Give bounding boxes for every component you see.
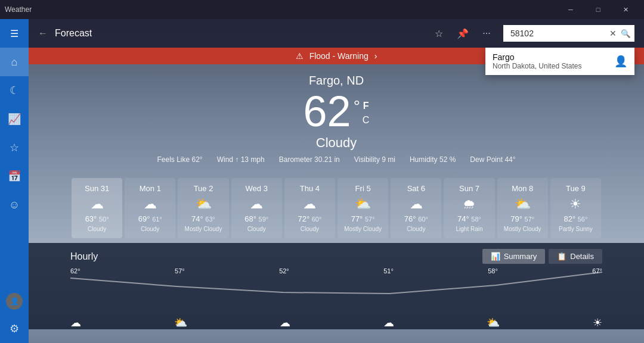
temp-unit-selector: F C	[363, 99, 370, 127]
barometer-label: Barometer	[279, 155, 312, 164]
sidebar-item-chart[interactable]: 📈	[0, 105, 29, 133]
celsius-unit[interactable]: C	[363, 114, 370, 127]
hourly-tabs: 📊 Summary 📋 Details	[482, 249, 602, 264]
current-details: Feels Like 62° Wind ↑ 13 mph Barometer 3…	[29, 155, 644, 164]
fahrenheit-unit[interactable]: F	[363, 99, 370, 113]
forecast-condition: Mostly Cloudy	[341, 226, 385, 232]
hourly-title: Hourly	[70, 251, 98, 262]
barometer: Barometer 30.21 in	[279, 155, 340, 164]
hourly-icons-row: ☁⛅☁☁⛅☀	[70, 315, 602, 329]
forecast-weather-icon: ⛅	[501, 197, 544, 212]
forecast-day[interactable]: Fri 5 ⛅ 77° 57° Mostly Cloudy	[338, 178, 388, 238]
titlebar-controls: ─ □ ✕	[557, 0, 639, 19]
forecast-day[interactable]: Sun 31 ☁ 63° 50° Cloudy	[72, 178, 122, 238]
forecast-strip: Sun 31 ☁ 63° 50° Cloudy Mon 1 ☁ 69° 61° …	[29, 173, 644, 243]
feels-like-val: 62°	[192, 155, 203, 164]
favorite-button[interactable]: ☆	[429, 24, 448, 43]
forecast-condition: Cloudy	[288, 226, 332, 232]
sidebar-item-moon[interactable]: ☾	[0, 76, 29, 105]
forecast-weather-icon: ☀	[554, 197, 597, 212]
maximize-button[interactable]: □	[584, 0, 612, 19]
summary-tab-icon: 📊	[491, 252, 500, 261]
hourly-icon: ☁	[70, 316, 81, 329]
sidebar-item-settings[interactable]: ⚙	[0, 314, 29, 343]
minimize-button[interactable]: ─	[557, 0, 584, 19]
sidebar-item-home[interactable]: ⌂	[0, 48, 29, 76]
humidity: Humidity 52 %	[410, 155, 456, 164]
alert-text: Flood - Warning	[309, 51, 369, 61]
forecast-day-name: Mon 8	[501, 184, 544, 193]
forecast-weather-icon: ⛅	[341, 197, 385, 212]
hourly-curve-svg	[70, 267, 602, 297]
forecast-temps: 72° 60°	[288, 214, 332, 223]
forecast-day[interactable]: Wed 3 ☁ 68° 59° Cloudy	[231, 178, 282, 238]
dew-point: Dew Point 44°	[470, 155, 515, 164]
forecast-weather-icon: ☁	[235, 197, 278, 212]
visibility-val: 9 mi	[382, 155, 395, 164]
forecast-day[interactable]: Sat 6 ☁ 76° 60° Cloudy	[391, 178, 441, 238]
sidebar-item-calendar[interactable]: 📅	[0, 162, 29, 191]
forecast-weather-icon: ☁	[128, 197, 172, 212]
forecast-day-name: Thu 4	[288, 184, 332, 193]
main-content: ← Forecast ☆ 📌 ··· ✕ 🔍 Fargo North Dakot…	[29, 19, 644, 343]
forecast-day[interactable]: Thu 4 ☁ 72° 60° Cloudy	[284, 178, 335, 238]
sidebar-item-smiley[interactable]: ☺	[0, 191, 29, 219]
hourly-icon: ☁	[383, 316, 394, 329]
search-result-text: Fargo North Dakota, United States	[493, 52, 607, 70]
hourly-icon: ⛅	[487, 316, 500, 329]
hamburger-button[interactable]: ☰	[0, 19, 29, 48]
forecast-temps: 79° 57°	[501, 214, 544, 223]
dewpoint-val: 44°	[504, 155, 515, 164]
alert-icon: ⚠	[296, 51, 304, 61]
forecast-condition: Cloudy	[235, 226, 278, 232]
forecast-temps: 74° 58°	[447, 214, 491, 223]
forecast-temps: 74° 63°	[181, 214, 225, 223]
barometer-val: 30.21 in	[314, 155, 340, 164]
forecast-day[interactable]: Mon 8 ⛅ 79° 57° Mostly Cloudy	[497, 178, 548, 238]
summary-tab[interactable]: 📊 Summary	[482, 249, 546, 264]
alert-chevron: ›	[374, 51, 377, 61]
forecast-day[interactable]: Tue 9 ☀ 82° 56° Partly Sunny	[550, 178, 601, 238]
details-tab[interactable]: 📋 Details	[549, 249, 602, 264]
titlebar: Weather ─ □ ✕	[0, 0, 644, 19]
sidebar-bottom: 👤 ⚙	[0, 293, 29, 343]
forecast-temps: 82° 56°	[554, 214, 597, 223]
forecast-day[interactable]: Sun 7 🌧 74° 58° Light Rain	[444, 178, 494, 238]
current-weather: Fargo, ND 62 ° F C Cloudy Feels Like 62°…	[29, 64, 644, 169]
pin-button[interactable]: 📌	[453, 24, 472, 43]
forecast-condition: Cloudy	[75, 226, 119, 232]
forecast-day[interactable]: Mon 1 ☁ 69° 61° Cloudy	[125, 178, 175, 238]
details-tab-label: Details	[570, 252, 594, 261]
humidity-val: 52 %	[439, 155, 456, 164]
back-button[interactable]: ←	[38, 28, 48, 39]
search-clear-button[interactable]: ✕	[609, 29, 617, 38]
bottom-section: Hourly 📊 Summary 📋 Details 62°57°52°51°5…	[29, 243, 644, 329]
search-result-location: North Dakota, United States	[493, 62, 607, 70]
forecast-day[interactable]: Tue 2 ⛅ 74° 63° Mostly Cloudy	[178, 178, 228, 238]
feels-like-label: Feels Like	[157, 155, 190, 164]
forecast-weather-icon: ☁	[288, 197, 332, 212]
forecast-temps: 63° 50°	[75, 214, 119, 223]
user-avatar[interactable]: 👤	[6, 293, 23, 310]
forecast-day-name: Fri 5	[341, 184, 385, 193]
search-go-button[interactable]: 🔍	[617, 25, 634, 42]
feels-like: Feels Like 62°	[157, 155, 202, 164]
current-condition: Cloudy	[29, 135, 644, 151]
forecast-temps: 68° 59°	[235, 214, 278, 223]
hourly-icon: ☁	[280, 316, 290, 329]
forecast-day-name: Mon 1	[128, 184, 172, 193]
more-button[interactable]: ···	[477, 24, 496, 43]
sidebar-item-star[interactable]: ☆	[0, 133, 29, 162]
close-button[interactable]: ✕	[612, 0, 639, 19]
dewpoint-label: Dew Point	[470, 155, 503, 164]
topbar-actions: ☆ 📌 ···	[429, 24, 496, 43]
visibility: Visibility 9 mi	[354, 155, 395, 164]
person-icon: 👤	[614, 55, 627, 68]
sidebar: ☰ ⌂ ☾ 📈 ☆ 📅 ☺ 👤 ⚙	[0, 19, 29, 343]
search-dropdown[interactable]: Fargo North Dakota, United States 👤	[485, 48, 634, 75]
summary-tab-label: Summary	[504, 252, 537, 261]
search-result-city: Fargo	[493, 52, 607, 62]
forecast-condition: Cloudy	[128, 226, 172, 232]
forecast-condition: Cloudy	[394, 226, 438, 232]
forecast-day-name: Tue 2	[181, 184, 225, 193]
